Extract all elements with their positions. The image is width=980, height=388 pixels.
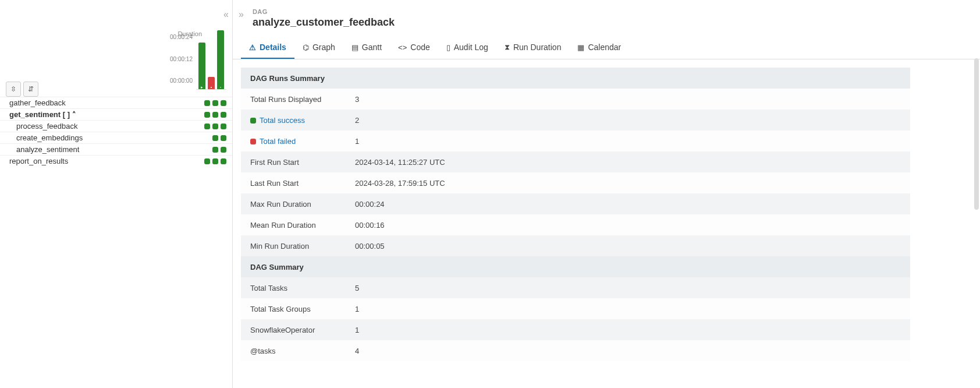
table-row: SnowflakeOperator1 xyxy=(241,319,910,340)
table-row: @tasks4 xyxy=(241,340,910,361)
table-row: Total Runs Displayed3 xyxy=(241,89,910,110)
status-dot-success xyxy=(250,118,256,124)
cell-label: First Run Start xyxy=(241,151,346,172)
cell-value: 4 xyxy=(346,340,910,361)
tab-gantt[interactable]: ▤Gantt xyxy=(343,37,390,59)
task-row-report[interactable]: report_on_results xyxy=(0,155,232,167)
cell-label: Total Runs Displayed xyxy=(241,89,346,110)
section-header-dag: DAG Summary xyxy=(241,256,910,277)
status-dot-failed xyxy=(250,139,256,144)
table-row: Max Run Duration00:00:24 xyxy=(241,193,910,214)
summary-table: DAG Runs Summary Total Runs Displayed3 T… xyxy=(241,68,910,361)
table-row: First Run Start2024-03-14, 11:25:27 UTC xyxy=(241,151,910,172)
run-bar[interactable]: ▸ xyxy=(198,28,205,89)
task-row-sentiment-group[interactable]: get_sentiment [ ] ˄ xyxy=(0,108,232,120)
table-row: Total Task Groups1 xyxy=(241,298,910,319)
main-panel: » DAG analyze_customer_feedback ⚠Details… xyxy=(233,0,980,388)
tab-graph[interactable]: ⌬Graph xyxy=(294,37,343,59)
cell-label: Total success xyxy=(241,110,346,130)
link-total-failed[interactable]: Total failed xyxy=(260,137,296,146)
table-row: Min Run Duration00:00:05 xyxy=(241,235,910,256)
tab-bar: ⚠Details ⌬Graph ▤Gantt <>Code ▯Audit Log… xyxy=(233,37,980,59)
table-row: Last Run Start2024-03-28, 17:59:15 UTC xyxy=(241,172,910,193)
run-bar[interactable]: • xyxy=(208,28,215,89)
cell-value: 00:00:16 xyxy=(346,214,910,235)
task-label[interactable]: analyze_sentiment xyxy=(16,145,79,154)
cell-value: 2024-03-28, 17:59:15 UTC xyxy=(346,172,910,193)
task-label[interactable]: gather_feedback xyxy=(9,98,66,107)
task-label[interactable]: create_embeddings xyxy=(16,133,83,142)
cell-label: Mean Run Duration xyxy=(241,214,346,235)
scrollbar[interactable] xyxy=(974,58,979,210)
cell-label: SnowflakeOperator xyxy=(241,319,346,340)
table-row: Mean Run Duration00:00:16 xyxy=(241,214,910,235)
sidebar: « ⇳ ⇵ Duration 00:00:24 00:00:12 00:00:0… xyxy=(0,0,233,388)
table-row: Total success2 xyxy=(241,110,910,130)
hourglass-icon: ⧗ xyxy=(505,43,510,52)
expand-panel-icon[interactable]: » xyxy=(239,9,244,20)
tab-audit-log[interactable]: ▯Audit Log xyxy=(438,37,496,59)
cell-value: 1 xyxy=(346,319,910,340)
table-row: Total Tasks5 xyxy=(241,277,910,298)
section-header-runs: DAG Runs Summary xyxy=(241,68,910,89)
code-icon: <> xyxy=(398,43,407,52)
cell-value: 2024-03-14, 11:25:27 UTC xyxy=(346,151,910,172)
cell-value: 1 xyxy=(346,298,910,319)
task-row-process[interactable]: process_feedback xyxy=(0,120,232,132)
run-bar[interactable]: ▫ xyxy=(217,28,224,89)
task-label[interactable]: process_feedback xyxy=(16,122,78,130)
cell-label: Min Run Duration xyxy=(241,235,346,256)
cell-label: Max Run Duration xyxy=(241,193,346,214)
tab-code[interactable]: <>Code xyxy=(390,37,438,59)
cell-label: @tasks xyxy=(241,340,346,361)
tab-run-duration[interactable]: ⧗Run Duration xyxy=(496,37,570,59)
duration-chart: Duration 00:00:24 00:00:12 00:00:00 ▸ • … xyxy=(0,5,232,93)
cell-value: 2 xyxy=(346,110,910,130)
cell-value: 5 xyxy=(346,277,910,298)
tab-calendar[interactable]: ▦Calendar xyxy=(569,37,629,59)
calendar-icon: ▦ xyxy=(577,43,584,52)
tab-details[interactable]: ⚠Details xyxy=(241,37,294,59)
task-row-embeddings[interactable]: create_embeddings xyxy=(0,132,232,143)
cell-value: 00:00:24 xyxy=(346,193,910,214)
dag-header: DAG analyze_customer_feedback xyxy=(233,0,980,31)
dag-title: analyze_customer_feedback xyxy=(253,16,980,29)
dag-tag: DAG xyxy=(253,8,980,15)
cell-value: 00:00:05 xyxy=(346,235,910,256)
cell-label: Total Task Groups xyxy=(241,298,346,319)
link-total-success[interactable]: Total success xyxy=(260,116,305,125)
task-row-analyze[interactable]: analyze_sentiment xyxy=(0,143,232,155)
play-icon: ▸ xyxy=(198,85,205,90)
file-icon: ▯ xyxy=(446,43,450,52)
table-row: Total failed1 xyxy=(241,130,910,151)
task-list: gather_feedback get_sentiment [ ] ˄ proc… xyxy=(0,97,232,167)
cell-value: 1 xyxy=(346,130,910,151)
cell-label: Total Tasks xyxy=(241,277,346,298)
dot-icon: • xyxy=(208,85,215,90)
doc-icon: ▫ xyxy=(217,85,224,90)
warning-icon: ⚠ xyxy=(249,43,256,52)
ytick: 00:00:12 xyxy=(170,56,193,62)
task-label[interactable]: get_sentiment [ ] ˄ xyxy=(9,110,76,119)
cell-label: Last Run Start xyxy=(241,172,346,193)
details-content: DAG Runs Summary Total Runs Displayed3 T… xyxy=(233,59,980,373)
chevron-up-icon: ˄ xyxy=(72,110,76,119)
graph-icon: ⌬ xyxy=(303,43,309,52)
cell-label: Total failed xyxy=(241,130,346,151)
task-label[interactable]: report_on_results xyxy=(9,157,68,165)
cell-value: 3 xyxy=(346,89,910,110)
gantt-icon: ▤ xyxy=(351,43,358,52)
ytick: 00:00:00 xyxy=(170,77,193,84)
task-row-gather[interactable]: gather_feedback xyxy=(0,97,232,108)
